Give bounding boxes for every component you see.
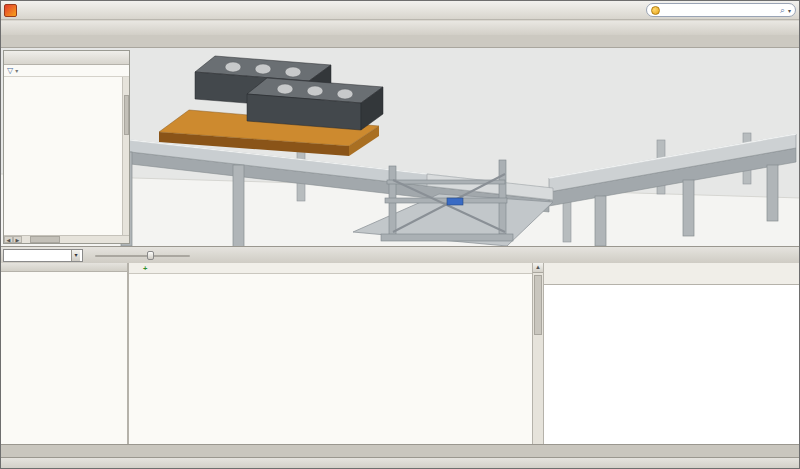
featuremanager-filter[interactable]: ▽ ▾ [4, 65, 129, 77]
title-bar: ⌕ ▾ [1, 1, 800, 20]
gantt-chart[interactable] [544, 263, 789, 444]
filter-funnel-icon[interactable]: ▽ [7, 66, 13, 75]
timeline-slider[interactable] [95, 251, 190, 260]
task-table: + [129, 263, 532, 444]
search-icon[interactable]: ⌕ [780, 5, 785, 16]
featuremanager-panel: ▽ ▾ ◀▶ [3, 50, 130, 244]
solidworks-logo-icon [4, 4, 17, 17]
study-type-dropdown-icon[interactable]: ▾ [71, 250, 80, 261]
commandmanager-tabs [1, 35, 800, 48]
status-bar [1, 457, 800, 469]
motion-tree-panel [1, 263, 129, 444]
feature-tree-hscrollbar[interactable]: ◀▶ [4, 235, 129, 243]
motion-study-panel: + ▲ [1, 263, 800, 444]
study-type-select[interactable]: ▾ [3, 249, 83, 262]
assembly-toolbar [1, 21, 800, 35]
search-dropdown-icon[interactable]: ▾ [788, 7, 791, 14]
search-box[interactable]: ⌕ ▾ [646, 3, 796, 17]
motion-tree [1, 272, 127, 444]
feature-tree-scrollbar[interactable] [122, 77, 129, 235]
table-vertical-scrollbar[interactable]: ▲ [532, 263, 544, 444]
document-tabs-row [1, 444, 800, 457]
motion-study-toolbar: ▾ [1, 246, 800, 263]
featuremanager-tab-bar [4, 51, 129, 65]
gantt-timeline [544, 263, 800, 444]
solidworks-logo [4, 4, 20, 17]
add-task-row[interactable]: + [129, 263, 532, 274]
lift-actuator [447, 198, 463, 205]
solidworks-window: ⌕ ▾ [0, 0, 800, 469]
add-icon: + [143, 264, 147, 273]
filter-dropdown-icon[interactable]: ▾ [15, 67, 18, 74]
motion-filter-row [1, 263, 127, 272]
graphics-area[interactable]: ▽ ▾ ◀▶ [1, 48, 800, 246]
scroll-up-icon[interactable]: ▲ [533, 263, 543, 273]
slider-thumb[interactable] [147, 251, 154, 260]
feature-tree [4, 77, 129, 235]
help-hint-icon [651, 6, 660, 15]
